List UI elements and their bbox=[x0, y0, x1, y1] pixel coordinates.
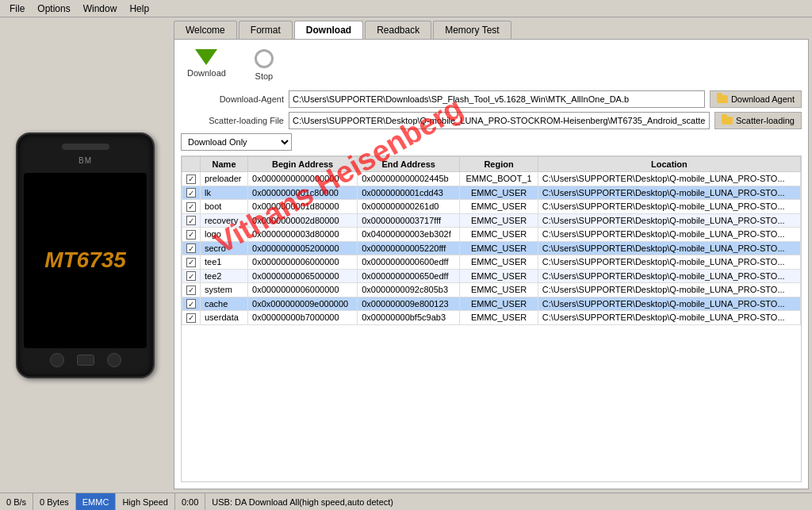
scatter-btn-label: Scatter-loading bbox=[736, 116, 795, 125]
row-checkbox[interactable]: ✓ bbox=[182, 228, 201, 242]
col-end: End Address bbox=[358, 157, 460, 172]
phone-panel: BM MT6735 bbox=[0, 17, 170, 493]
checkbox-icon: ✓ bbox=[186, 174, 196, 184]
row-region: EMMC_USER bbox=[460, 213, 538, 228]
toolbar: Download Stop bbox=[181, 46, 802, 84]
row-begin: 0x0000000001d80000 bbox=[248, 200, 358, 214]
file-table[interactable]: Name Begin Address End Address Region Lo… bbox=[181, 155, 802, 482]
row-begin: 0x0000000005200000 bbox=[248, 241, 358, 255]
col-checkbox bbox=[182, 157, 201, 172]
table-row[interactable]: ✓ recovery 0x0000000002d80000 0x00000000… bbox=[182, 213, 801, 228]
tab-format[interactable]: Format bbox=[239, 21, 293, 39]
row-checkbox[interactable]: ✓ bbox=[182, 200, 201, 214]
row-checkbox[interactable]: ✓ bbox=[182, 311, 201, 325]
row-begin: 0x0000000006000000 bbox=[248, 283, 358, 297]
row-end: 0x000000000261d0 bbox=[358, 200, 460, 214]
row-region: EMMC_USER bbox=[460, 186, 538, 200]
table-row[interactable]: ✓ cache 0x0x000000009e000000 0x000000009… bbox=[182, 297, 801, 311]
checkbox-icon: ✓ bbox=[186, 188, 196, 197]
checkbox-icon: ✓ bbox=[186, 313, 196, 323]
row-begin: 0x0000000001c80000 bbox=[248, 186, 358, 200]
agent-field-row: Download-Agent Download Agent bbox=[181, 90, 802, 108]
row-name: boot bbox=[201, 200, 248, 214]
row-location: C:\Users\SUPPORTER\Desktop\Q-mobile_LUNA… bbox=[538, 186, 800, 200]
row-location: C:\Users\SUPPORTER\Desktop\Q-mobile_LUNA… bbox=[538, 200, 800, 214]
row-end: 0x0000000003717fff bbox=[358, 213, 460, 228]
tab-welcome[interactable]: Welcome bbox=[174, 21, 237, 39]
row-checkbox[interactable]: ✓ bbox=[182, 172, 201, 186]
table-row[interactable]: ✓ tee1 0x0000000006000000 0x000000000060… bbox=[182, 255, 801, 270]
menu-help[interactable]: Help bbox=[123, 2, 155, 16]
tab-download[interactable]: Download bbox=[294, 21, 363, 39]
download-label: Download bbox=[187, 68, 226, 78]
row-name: tee1 bbox=[201, 255, 248, 270]
row-end: 0x04000000003eb302f bbox=[358, 228, 460, 242]
row-end: 0x000000000002445b bbox=[358, 172, 460, 186]
row-name: cache bbox=[201, 297, 248, 311]
row-name: userdata bbox=[201, 311, 248, 325]
table-row[interactable]: ✓ boot 0x0000000001d80000 0x000000000261… bbox=[182, 200, 801, 214]
row-checkbox[interactable]: ✓ bbox=[182, 283, 201, 297]
menu-window[interactable]: Window bbox=[77, 2, 124, 16]
checkbox-icon: ✓ bbox=[186, 202, 196, 212]
row-begin: 0x0x000000009e000000 bbox=[248, 297, 358, 311]
row-checkbox[interactable]: ✓ bbox=[182, 269, 201, 283]
row-end: 0x00000000005220fff bbox=[358, 241, 460, 255]
row-checkbox[interactable]: ✓ bbox=[182, 241, 201, 255]
row-checkbox[interactable]: ✓ bbox=[182, 255, 201, 270]
row-checkbox[interactable]: ✓ bbox=[182, 213, 201, 228]
row-name: secro bbox=[201, 241, 248, 255]
agent-input[interactable] bbox=[289, 90, 705, 108]
table-row[interactable]: ✓ system 0x0000000006000000 0x0000000092… bbox=[182, 283, 801, 297]
table-row[interactable]: ✓ secro 0x0000000005200000 0x00000000005… bbox=[182, 241, 801, 255]
row-checkbox[interactable]: ✓ bbox=[182, 297, 201, 311]
row-begin: 0x0000000002d80000 bbox=[248, 213, 358, 228]
phone-model: MT6735 bbox=[44, 247, 126, 273]
table-row[interactable]: ✓ logo 0x0000000003d80000 0x04000000003e… bbox=[182, 228, 801, 242]
status-message: USB: DA Download All(high speed,auto det… bbox=[205, 493, 812, 510]
scatter-input[interactable] bbox=[289, 112, 710, 129]
checkbox-icon: ✓ bbox=[186, 230, 196, 240]
col-begin: Begin Address bbox=[248, 157, 358, 172]
row-region: EMMC_USER bbox=[460, 269, 538, 283]
checkbox-icon: ✓ bbox=[186, 299, 196, 309]
status-time: 0:00 bbox=[175, 493, 205, 510]
checkbox-icon: ✓ bbox=[186, 216, 196, 225]
table-row[interactable]: ✓ preloader 0x0000000000000000 0x0000000… bbox=[182, 172, 801, 186]
agent-label: Download-Agent bbox=[181, 94, 284, 104]
row-begin: 0x0000000000000000 bbox=[248, 172, 358, 186]
phone-btn-recent bbox=[107, 353, 121, 367]
download-agent-button[interactable]: Download Agent bbox=[710, 90, 802, 108]
stop-button[interactable]: Stop bbox=[248, 46, 280, 84]
tab-memory-test[interactable]: Memory Test bbox=[433, 21, 511, 39]
content-box: Download Stop Download-Agent Download Ag… bbox=[174, 39, 809, 489]
menu-file[interactable]: File bbox=[3, 2, 31, 16]
table-row[interactable]: ✓ lk 0x0000000001c80000 0x0000000001cdd4… bbox=[182, 186, 801, 200]
row-location: C:\Users\SUPPORTER\Desktop\Q-mobile_LUNA… bbox=[538, 269, 800, 283]
row-name: lk bbox=[201, 186, 248, 200]
status-speed: 0 B/s bbox=[0, 493, 33, 510]
phone-speaker bbox=[62, 144, 109, 150]
menu-options[interactable]: Options bbox=[31, 2, 76, 16]
row-checkbox[interactable]: ✓ bbox=[182, 186, 201, 200]
row-region: EMMC_USER bbox=[460, 200, 538, 214]
table-row[interactable]: ✓ tee2 0x0000000006500000 0x000000000065… bbox=[182, 269, 801, 283]
table-row[interactable]: ✓ userdata 0x00000000b7000000 0x00000000… bbox=[182, 311, 801, 325]
phone-buttons bbox=[50, 353, 121, 367]
row-location: C:\Users\SUPPORTER\Desktop\Q-mobile_LUNA… bbox=[538, 213, 800, 228]
scatter-label: Scatter-loading File bbox=[181, 116, 284, 125]
tab-bar: Welcome Format Download Readback Memory … bbox=[174, 21, 809, 39]
col-location: Location bbox=[538, 157, 800, 172]
download-mode-select[interactable]: Download OnlyFirmware UpgradeFormat All … bbox=[181, 133, 292, 151]
phone-brand: BM bbox=[79, 156, 92, 165]
row-end: 0x0000000092c805b3 bbox=[358, 283, 460, 297]
row-begin: 0x00000000b7000000 bbox=[248, 311, 358, 325]
row-location: C:\Users\SUPPORTER\Desktop\Q-mobile_LUNA… bbox=[538, 311, 800, 325]
checkbox-icon: ✓ bbox=[186, 286, 196, 295]
scatter-loading-button[interactable]: Scatter-loading bbox=[714, 112, 802, 129]
stop-circle-icon bbox=[255, 49, 274, 68]
phone-screen: MT6735 bbox=[24, 173, 147, 348]
download-button[interactable]: Download bbox=[181, 46, 232, 81]
row-name: preloader bbox=[201, 172, 248, 186]
tab-readback[interactable]: Readback bbox=[365, 21, 431, 39]
